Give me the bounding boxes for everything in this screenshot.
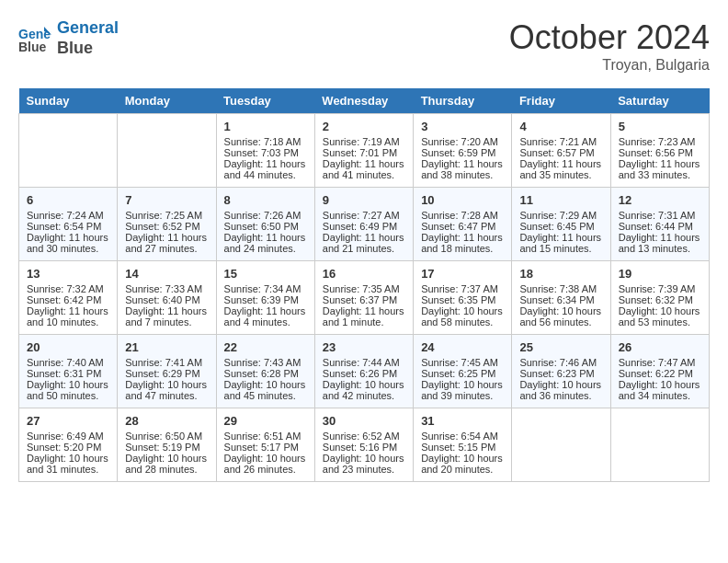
day-number: 26	[619, 340, 701, 354]
sunrise-text: Sunrise: 7:39 AM	[619, 283, 701, 294]
calendar-week-row: 1Sunrise: 7:18 AMSunset: 7:03 PMDaylight…	[19, 114, 710, 188]
day-number: 21	[125, 340, 208, 354]
day-number: 28	[125, 414, 208, 428]
sunset-text: Sunset: 7:01 PM	[323, 147, 405, 158]
sunset-text: Sunset: 6:44 PM	[619, 221, 701, 232]
sunset-text: Sunset: 7:03 PM	[224, 147, 307, 158]
day-number: 10	[421, 193, 504, 207]
sunrise-text: Sunrise: 7:19 AM	[323, 136, 405, 147]
sunrise-text: Sunrise: 7:24 AM	[27, 210, 109, 221]
daylight-text: Daylight: 10 hours and 50 minutes.	[27, 379, 109, 401]
logo-line2: Blue	[57, 39, 119, 59]
header-cell-sunday: Sunday	[19, 88, 118, 114]
sunset-text: Sunset: 6:59 PM	[421, 147, 504, 158]
day-number: 24	[421, 340, 504, 354]
day-number: 7	[125, 193, 208, 207]
header-cell-tuesday: Tuesday	[216, 88, 314, 114]
sunrise-text: Sunrise: 7:46 AM	[519, 357, 602, 368]
svg-text:Blue: Blue	[18, 40, 47, 54]
calendar-cell: 31Sunrise: 6:54 AMSunset: 5:15 PMDayligh…	[414, 408, 512, 482]
sunrise-text: Sunrise: 7:34 AM	[224, 283, 307, 294]
daylight-text: Daylight: 11 hours and 21 minutes.	[323, 232, 405, 254]
calendar-cell: 20Sunrise: 7:40 AMSunset: 6:31 PMDayligh…	[19, 335, 118, 408]
sunset-text: Sunset: 6:52 PM	[125, 221, 208, 232]
daylight-text: Daylight: 10 hours and 23 minutes.	[323, 453, 405, 475]
sunset-text: Sunset: 6:45 PM	[519, 221, 602, 232]
sunset-text: Sunset: 6:47 PM	[421, 221, 504, 232]
calendar-cell	[610, 408, 709, 482]
day-number: 5	[619, 120, 701, 133]
sunrise-text: Sunrise: 7:26 AM	[224, 210, 307, 221]
calendar-cell: 16Sunrise: 7:35 AMSunset: 6:37 PMDayligh…	[314, 261, 413, 335]
calendar-cell	[512, 408, 610, 482]
calendar-cell: 22Sunrise: 7:43 AMSunset: 6:28 PMDayligh…	[216, 335, 314, 408]
day-number: 16	[323, 267, 405, 281]
daylight-text: Daylight: 10 hours and 47 minutes.	[125, 379, 208, 401]
sunset-text: Sunset: 5:17 PM	[224, 442, 307, 453]
logo-line1: General	[57, 18, 119, 39]
day-number: 15	[224, 267, 307, 281]
sunset-text: Sunset: 5:16 PM	[323, 442, 405, 453]
sunrise-text: Sunrise: 7:41 AM	[125, 357, 208, 368]
calendar-cell	[19, 114, 118, 188]
day-number: 1	[224, 120, 307, 133]
sunrise-text: Sunrise: 7:31 AM	[619, 210, 701, 221]
sunset-text: Sunset: 6:23 PM	[519, 368, 602, 379]
sunset-text: Sunset: 6:40 PM	[125, 294, 208, 305]
calendar-cell: 5Sunrise: 7:23 AMSunset: 6:56 PMDaylight…	[610, 114, 709, 188]
day-number: 9	[323, 193, 405, 207]
sunset-text: Sunset: 6:26 PM	[323, 368, 405, 379]
daylight-text: Daylight: 11 hours and 30 minutes.	[27, 232, 109, 254]
header-cell-saturday: Saturday	[610, 88, 709, 114]
calendar-week-row: 20Sunrise: 7:40 AMSunset: 6:31 PMDayligh…	[19, 335, 710, 408]
daylight-text: Daylight: 11 hours and 18 minutes.	[421, 232, 504, 254]
sunset-text: Sunset: 6:50 PM	[224, 221, 307, 232]
daylight-text: Daylight: 11 hours and 35 minutes.	[519, 158, 602, 180]
day-number: 11	[519, 193, 602, 207]
calendar-cell: 15Sunrise: 7:34 AMSunset: 6:39 PMDayligh…	[216, 261, 314, 335]
header-cell-monday: Monday	[118, 88, 216, 114]
day-number: 12	[619, 193, 701, 207]
sunset-text: Sunset: 6:37 PM	[323, 294, 405, 305]
calendar-cell: 12Sunrise: 7:31 AMSunset: 6:44 PMDayligh…	[610, 188, 709, 261]
calendar-cell: 13Sunrise: 7:32 AMSunset: 6:42 PMDayligh…	[19, 261, 118, 335]
sunrise-text: Sunrise: 7:28 AM	[421, 210, 504, 221]
calendar-cell: 11Sunrise: 7:29 AMSunset: 6:45 PMDayligh…	[512, 188, 610, 261]
calendar-week-row: 27Sunrise: 6:49 AMSunset: 5:20 PMDayligh…	[19, 408, 710, 482]
sunrise-text: Sunrise: 6:54 AM	[421, 431, 504, 442]
day-number: 31	[421, 414, 504, 428]
sunset-text: Sunset: 6:54 PM	[27, 221, 109, 232]
sunset-text: Sunset: 6:39 PM	[224, 294, 307, 305]
daylight-text: Daylight: 11 hours and 15 minutes.	[519, 232, 602, 254]
day-number: 30	[323, 414, 405, 428]
header-cell-wednesday: Wednesday	[314, 88, 413, 114]
calendar-week-row: 6Sunrise: 7:24 AMSunset: 6:54 PMDaylight…	[19, 188, 710, 261]
sunrise-text: Sunrise: 6:49 AM	[27, 431, 109, 442]
sunrise-text: Sunrise: 7:33 AM	[125, 283, 208, 294]
daylight-text: Daylight: 11 hours and 10 minutes.	[27, 305, 109, 327]
daylight-text: Daylight: 11 hours and 4 minutes.	[224, 305, 307, 327]
sunrise-text: Sunrise: 7:27 AM	[323, 210, 405, 221]
calendar-cell: 23Sunrise: 7:44 AMSunset: 6:26 PMDayligh…	[314, 335, 413, 408]
sunrise-text: Sunrise: 7:20 AM	[421, 136, 504, 147]
calendar-cell: 4Sunrise: 7:21 AMSunset: 6:57 PMDaylight…	[512, 114, 610, 188]
daylight-text: Daylight: 10 hours and 53 minutes.	[619, 305, 701, 327]
sunrise-text: Sunrise: 7:21 AM	[519, 136, 602, 147]
calendar-cell: 24Sunrise: 7:45 AMSunset: 6:25 PMDayligh…	[414, 335, 512, 408]
location: Troyan, Bulgaria	[509, 57, 710, 74]
daylight-text: Daylight: 10 hours and 42 minutes.	[323, 379, 405, 401]
calendar-cell: 6Sunrise: 7:24 AMSunset: 6:54 PMDaylight…	[19, 188, 118, 261]
day-number: 19	[619, 267, 701, 281]
sunrise-text: Sunrise: 7:38 AM	[519, 283, 602, 294]
calendar-cell: 14Sunrise: 7:33 AMSunset: 6:40 PMDayligh…	[118, 261, 216, 335]
calendar-cell: 25Sunrise: 7:46 AMSunset: 6:23 PMDayligh…	[512, 335, 610, 408]
sunrise-text: Sunrise: 7:35 AM	[323, 283, 405, 294]
sunset-text: Sunset: 6:35 PM	[421, 294, 504, 305]
sunrise-text: Sunrise: 7:43 AM	[224, 357, 307, 368]
sunset-text: Sunset: 6:57 PM	[519, 147, 602, 158]
calendar-cell: 26Sunrise: 7:47 AMSunset: 6:22 PMDayligh…	[610, 335, 709, 408]
calendar-cell	[118, 114, 216, 188]
day-number: 2	[323, 120, 405, 133]
day-number: 23	[323, 340, 405, 354]
day-number: 13	[27, 267, 109, 281]
